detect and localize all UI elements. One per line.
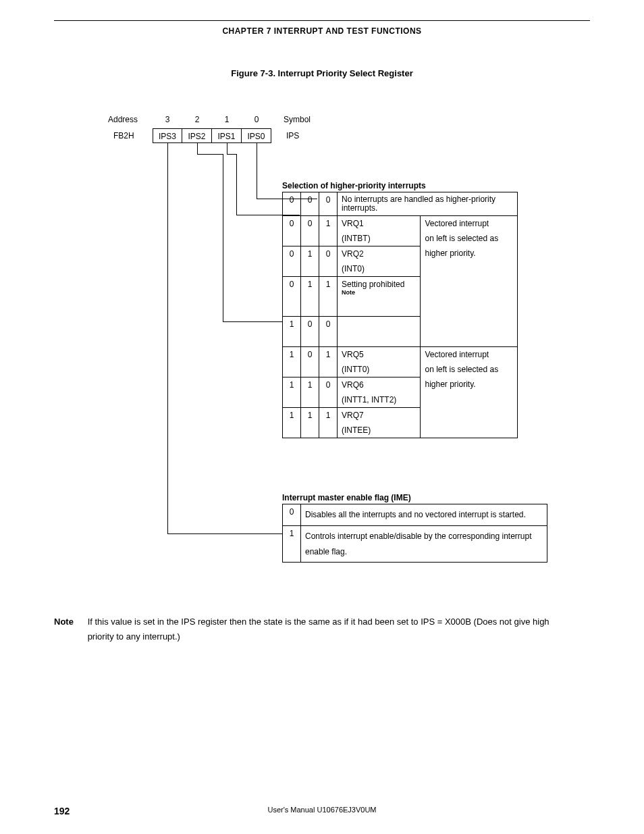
- address-label: Address: [108, 115, 138, 124]
- bit-cell: 1: [319, 408, 338, 438]
- reg-bit-ips2: IPS2: [182, 128, 212, 143]
- bit-cell: 1: [283, 317, 301, 347]
- bit-cell: 1: [301, 277, 319, 317]
- page-number: 192: [54, 806, 70, 816]
- vec-cell: [421, 392, 518, 438]
- bit-cell: 1: [283, 377, 301, 408]
- desc-cell: [338, 301, 421, 317]
- table-row: 1 0 1 VRQ5 Vectored interrupt on left is…: [283, 347, 518, 363]
- bit-cell: 0: [283, 216, 301, 246]
- connector-line: [197, 154, 223, 155]
- table-row: 1 Controls interrupt enable/disable by t…: [283, 525, 547, 563]
- desc-cell: (INTBT): [338, 231, 421, 246]
- desc-cell: No interrupts are handled as higher-prio…: [338, 192, 518, 216]
- desc-cell: Disables all the interrupts and no vecto…: [301, 504, 547, 526]
- table2-title: Interrupt master enable flag (IME): [282, 493, 411, 502]
- page-footer: 192 User's Manual U10676EJ3V0UM: [0, 806, 644, 814]
- connector-line: [236, 154, 237, 215]
- bit-cell: 0: [283, 277, 301, 317]
- table-row: 0 Disables all the interrupts and no vec…: [283, 504, 547, 526]
- bit-cell: 0: [301, 216, 319, 246]
- note-block: Note If this value is set in the IPS reg…: [54, 615, 590, 644]
- desc-cell: (INT0): [338, 261, 421, 277]
- bit-cell: 0: [283, 246, 301, 277]
- reg-bit-ips1: IPS1: [212, 128, 242, 143]
- vec-cell: [421, 261, 518, 347]
- bit-cell: 0: [301, 347, 319, 377]
- figure-title: Figure 7-3. Interrupt Priority Select Re…: [54, 68, 590, 78]
- table-row: 0 0 0 No interrupts are handled as highe…: [283, 192, 518, 216]
- desc-cell: VRQ2: [338, 246, 421, 262]
- note-text: If this value is set in the IPS register…: [88, 615, 574, 644]
- footer-text: User's Manual U10676EJ3V0UM: [0, 806, 644, 814]
- bit-cell: 1: [319, 277, 338, 317]
- bit-cell: 0: [301, 317, 319, 347]
- bit-cell: 1: [301, 377, 319, 408]
- bit-cell: 1: [319, 216, 338, 246]
- bit-cell: 0: [283, 504, 301, 526]
- desc-cell: [338, 332, 421, 347]
- bit-number-3: 3: [153, 115, 182, 124]
- desc-cell: [338, 317, 421, 332]
- bit-cell: 1: [301, 246, 319, 277]
- reg-bit-ips3: IPS3: [153, 128, 182, 143]
- desc-cell: Setting prohibited Note: [338, 277, 421, 302]
- chapter-header: CHAPTER 7 INTERRUPT AND TEST FUNCTIONS: [54, 26, 590, 36]
- bit-cell: 0: [319, 246, 338, 277]
- connector-line: [167, 533, 282, 534]
- bit-cell: 1: [283, 347, 301, 377]
- bit-cell: 0: [301, 192, 319, 216]
- desc-cell: VRQ7: [338, 408, 421, 423]
- bit-cell: 0: [319, 377, 338, 408]
- bit-cell: 0: [283, 192, 301, 216]
- vec-cell: Vectored interrupt on left is selected a…: [421, 216, 518, 262]
- bit-cell: 1: [283, 525, 301, 563]
- vec-cell: Vectored interrupt on left is selected a…: [421, 347, 518, 393]
- register-diagram: Address 3 2 1 0 Symbol FB2H IPS3 IPS2 IP…: [88, 115, 590, 601]
- connector-line: [257, 143, 257, 199]
- bit-cell: 0: [319, 192, 338, 216]
- bit-cell: 1: [301, 408, 319, 438]
- symbol-value: IPS: [286, 131, 299, 140]
- connector-line: [223, 154, 223, 321]
- bit-number-2: 2: [182, 115, 212, 124]
- desc-cell: VRQ6: [338, 377, 421, 393]
- connector-line: [167, 143, 168, 533]
- symbol-label: Symbol: [284, 115, 311, 124]
- desc-cell: (INTT1, INTT2): [338, 392, 421, 408]
- bit-cell: 0: [319, 317, 338, 347]
- bit-cell: 1: [283, 408, 301, 438]
- bit-cell: 1: [319, 347, 338, 377]
- desc-cell: (INTT0): [338, 362, 421, 377]
- ime-table: 0 Disables all the interrupts and no vec…: [282, 504, 547, 563]
- table1-title: Selection of higher-priority interrupts: [282, 181, 426, 190]
- reg-bit-ips0: IPS0: [242, 128, 271, 143]
- connector-line: [223, 321, 282, 322]
- bit-number-0: 0: [242, 115, 271, 124]
- bit-number-1: 1: [212, 115, 242, 124]
- connector-line: [227, 154, 236, 155]
- connector-line: [227, 143, 227, 154]
- note-label: Note: [54, 615, 85, 629]
- desc-cell: VRQ1: [338, 216, 421, 232]
- desc-cell: Controls interrupt enable/disable by the…: [301, 525, 547, 563]
- desc-cell: (INTEE): [338, 423, 421, 438]
- table-row: 0 0 1 VRQ1 Vectored interrupt on left is…: [283, 216, 518, 232]
- connector-line: [197, 143, 198, 154]
- address-value: FB2H: [113, 131, 134, 140]
- priority-select-table: 0 0 0 No interrupts are handled as highe…: [282, 192, 518, 438]
- desc-cell: VRQ5: [338, 347, 421, 363]
